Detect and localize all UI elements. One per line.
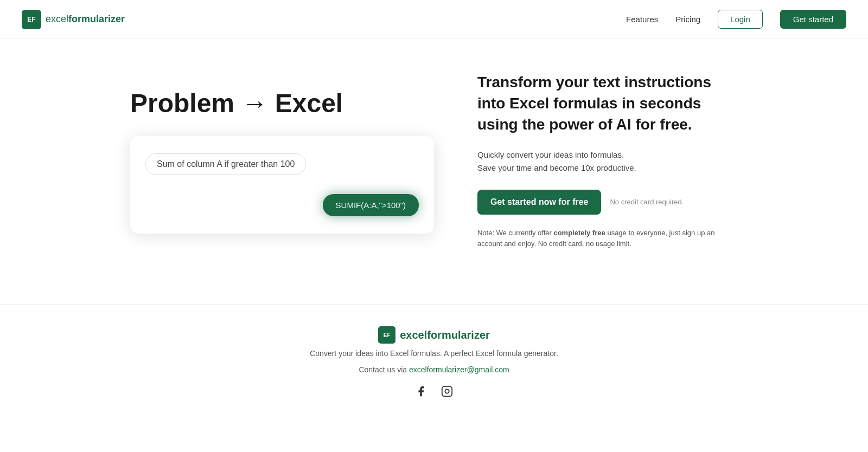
footer-logo-text: excelformularizer [400,329,490,341]
hero-tagline: Transform your text instructions into Ex… [477,72,738,135]
footer-logo: EF excelformularizer [11,326,857,344]
footer-logo-initials: EF [384,332,391,338]
footer-social [11,384,857,399]
hero-input-example: Sum of column A if greater than 100 [145,153,306,175]
logo-icon: EF [22,10,41,29]
footer-tagline: Convert your ideas into Excel formulas. … [11,349,857,358]
footer-logo-icon: EF [378,326,395,344]
hero-sub-line1: Quickly convert your ideas into formulas… [477,150,624,159]
svg-rect-0 [442,386,452,396]
footer-contact-prefix: Contact us via [359,365,409,374]
hero-card: Sum of column A if greater than 100 SUMI… [130,136,434,234]
logo-link[interactable]: EF excelformularizer [22,10,125,29]
hero-left: Problem → Excel Sum of column A if great… [130,88,434,234]
note-bold: completely free [553,229,605,237]
logo-excel: excel [46,14,68,24]
nav-features-link[interactable]: Features [626,15,658,24]
facebook-icon[interactable] [413,384,429,399]
hero-note: Note: We currently offer completely free… [477,228,738,250]
hero-cta-row: Get started now for free No credit card … [477,190,738,215]
navbar: EF excelformularizer Features Pricing Lo… [0,0,868,39]
hero-right: Transform your text instructions into Ex… [477,72,738,250]
hero-section: Problem → Excel Sum of column A if great… [54,39,814,272]
hero-sub-line2: Save your time and become 10x productive… [477,163,636,172]
instagram-icon[interactable] [439,384,455,399]
hero-title: Problem → Excel [130,88,434,119]
logo-initials: EF [27,16,35,23]
hero-sub: Quickly convert your ideas into formulas… [477,148,738,175]
hero-formula-button[interactable]: SUMIF(A:A,">100") [323,194,419,216]
hero-cta-button[interactable]: Get started now for free [477,190,601,215]
footer-email-link[interactable]: excelformularizer@gmail.com [409,365,509,374]
footer: EF excelformularizer Convert your ideas … [0,304,868,415]
note-prefix: Note: We currently offer [477,229,553,237]
footer-contact: Contact us via excelformularizer@gmail.c… [11,365,857,374]
getstarted-nav-button[interactable]: Get started [780,10,846,29]
no-cc-label: No credit card required. [610,198,684,206]
login-button[interactable]: Login [718,10,763,29]
nav-links: Features Pricing Login Get started [626,10,846,29]
nav-pricing-link[interactable]: Pricing [675,15,700,24]
logo-text: excelformularizer [46,14,125,25]
logo-rest: formularizer [68,14,125,24]
